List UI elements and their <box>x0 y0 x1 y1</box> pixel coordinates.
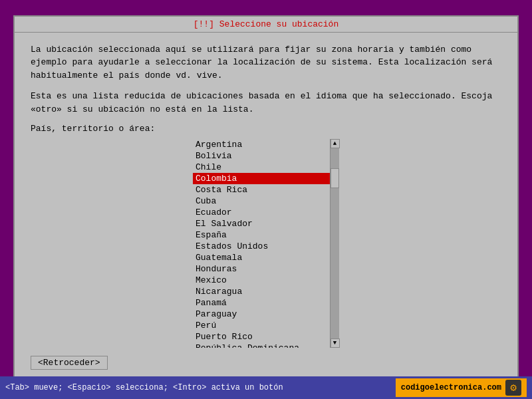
window-title: Seleccione su ubicación <box>219 19 338 29</box>
list-item[interactable]: Panamá <box>193 297 330 309</box>
list-item[interactable]: Guatemala <box>193 252 330 263</box>
list-item[interactable]: Colombia <box>193 173 330 184</box>
scroll-down-arrow[interactable]: ▼ <box>331 338 340 348</box>
list-item[interactable]: Ecuador <box>193 207 330 218</box>
list-item[interactable]: Cuba <box>193 196 330 207</box>
brand-name: codigoelectronica.com <box>401 383 501 392</box>
scroll-up-arrow[interactable]: ▲ <box>331 139 340 148</box>
brand-badge: codigoelectronica.com ⚙ <box>396 378 527 397</box>
description-para2: Esta es una lista reducida de ubicacione… <box>31 90 501 116</box>
country-list-container: ArgentinaBoliviaChileColombiaCosta RicaC… <box>31 139 501 348</box>
scrollbar-thumb[interactable] <box>331 168 339 188</box>
list-item[interactable]: El Salvador <box>193 218 330 229</box>
list-item[interactable]: Paraguay <box>193 309 330 320</box>
list-item[interactable]: Mexico <box>193 275 330 286</box>
back-button[interactable]: <Retroceder> <box>31 356 108 370</box>
list-item[interactable]: España <box>193 229 330 241</box>
list-item[interactable]: Honduras <box>193 263 330 275</box>
list-item[interactable]: Argentina <box>193 139 330 150</box>
content-area: La ubicación seleccionada aquí se utiliz… <box>15 33 517 383</box>
statusbar-hint: <Tab> mueve; <Espacio> selecciona; <Intr… <box>5 383 283 392</box>
buttons-row: <Retroceder> <box>31 348 501 372</box>
list-item[interactable]: República Dominicana <box>193 342 330 348</box>
title-bar: [!!] Seleccione su ubicación <box>15 17 517 33</box>
brand-icon: ⚙ <box>505 380 521 396</box>
main-window: [!!] Seleccione su ubicación La ubicació… <box>13 15 519 384</box>
scrollbar-track[interactable] <box>331 148 339 338</box>
list-item[interactable]: Bolivia <box>193 150 330 162</box>
list-item[interactable]: Perú <box>193 320 330 331</box>
list-item[interactable]: Nicaragua <box>193 286 330 297</box>
scrollbar[interactable]: ▲ ▼ <box>330 139 339 348</box>
country-list[interactable]: ArgentinaBoliviaChileColombiaCosta RicaC… <box>193 139 330 348</box>
list-item[interactable]: Chile <box>193 162 330 173</box>
title-prefix: [!!] <box>194 19 219 29</box>
list-item[interactable]: Estados Unidos <box>193 241 330 252</box>
list-item[interactable]: Puerto Rico <box>193 331 330 342</box>
field-label: País, territorio o área: <box>31 124 501 134</box>
list-item[interactable]: Costa Rica <box>193 184 330 196</box>
statusbar: <Tab> mueve; <Espacio> selecciona; <Intr… <box>0 376 532 399</box>
list-wrapper: ArgentinaBoliviaChileColombiaCosta RicaC… <box>193 139 339 348</box>
description-para1: La ubicación seleccionada aquí se utiliz… <box>31 43 501 82</box>
